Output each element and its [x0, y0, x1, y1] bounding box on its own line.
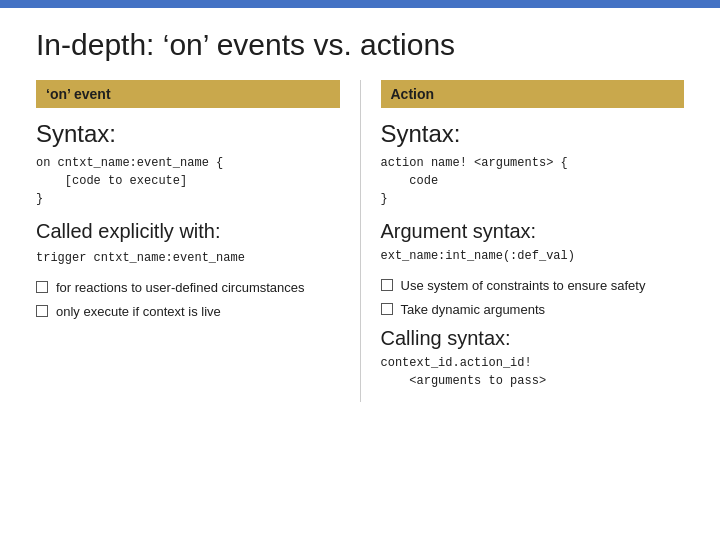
right-bullet-list: Use system of constraints to ensure safe…: [381, 277, 685, 319]
right-bullet-2: Take dynamic arguments: [381, 301, 685, 319]
right-column: Action Syntax: action name! <arguments> …: [360, 80, 685, 402]
checkbox-4: [381, 303, 393, 315]
left-bullet-2-text: only execute if context is live: [56, 303, 221, 321]
left-syntax-title: Syntax:: [36, 120, 340, 148]
checkbox-1: [36, 281, 48, 293]
arg-syntax-code: ext_name:int_name(:def_val): [381, 247, 685, 265]
checkbox-2: [36, 305, 48, 317]
slide: In-depth: ‘on’ events vs. actions ‘on’ e…: [0, 0, 720, 540]
calling-syntax-title: Calling syntax:: [381, 327, 685, 350]
left-bullet-2: only execute if context is live: [36, 303, 340, 321]
left-syntax-code: on cntxt_name:event_name { [code to exec…: [36, 154, 340, 208]
right-bullet-1-text: Use system of constraints to ensure safe…: [401, 277, 646, 295]
slide-content: In-depth: ‘on’ events vs. actions ‘on’ e…: [0, 8, 720, 422]
columns: ‘on’ event Syntax: on cntxt_name:event_n…: [36, 80, 684, 402]
slide-title: In-depth: ‘on’ events vs. actions: [36, 28, 684, 62]
called-title: Called explicitly with:: [36, 220, 340, 243]
calling-code: context_id.action_id! <arguments to pass…: [381, 354, 685, 390]
right-col-header: Action: [381, 80, 685, 108]
top-bar: [0, 0, 720, 8]
left-bullet-list: for reactions to user-defined circumstan…: [36, 279, 340, 321]
arg-syntax-title: Argument syntax:: [381, 220, 685, 243]
left-column: ‘on’ event Syntax: on cntxt_name:event_n…: [36, 80, 360, 402]
right-bullet-2-text: Take dynamic arguments: [401, 301, 546, 319]
right-syntax-code: action name! <arguments> { code }: [381, 154, 685, 208]
left-bullet-1: for reactions to user-defined circumstan…: [36, 279, 340, 297]
left-bullet-1-text: for reactions to user-defined circumstan…: [56, 279, 305, 297]
left-col-header: ‘on’ event: [36, 80, 340, 108]
right-syntax-title: Syntax:: [381, 120, 685, 148]
checkbox-3: [381, 279, 393, 291]
trigger-code: trigger cntxt_name:event_name: [36, 249, 340, 267]
right-bullet-1: Use system of constraints to ensure safe…: [381, 277, 685, 295]
